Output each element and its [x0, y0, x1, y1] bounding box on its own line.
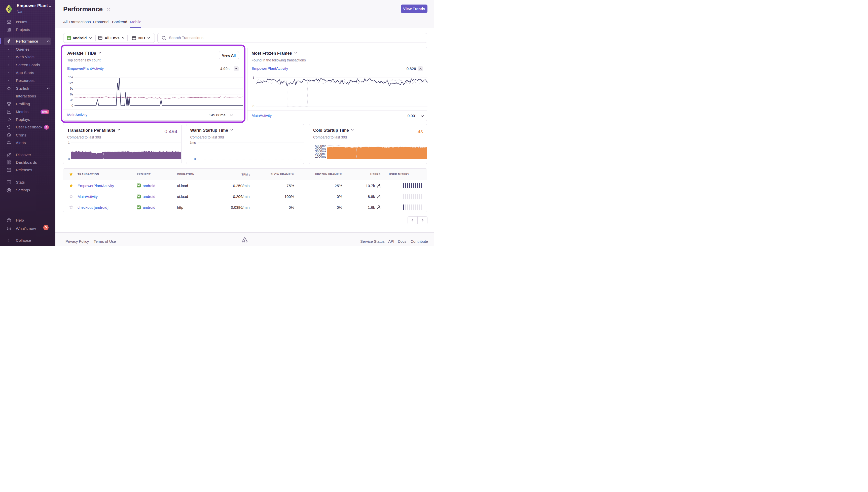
svg-text:?: ? [108, 8, 109, 11]
